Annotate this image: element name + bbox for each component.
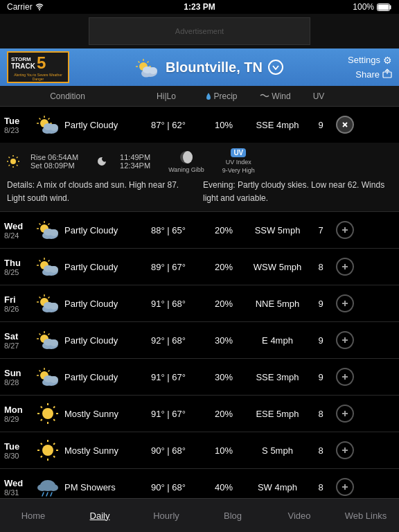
svg-point-95 xyxy=(42,408,53,419)
svg-rect-2 xyxy=(378,4,389,10)
nav-item-hourly[interactable]: Hourly xyxy=(133,499,200,532)
wind-5: SSE 3mph xyxy=(248,372,307,382)
wifi-icon xyxy=(35,3,44,11)
forecast-main-4: Sat 8/27 Partly Cloudy 92° | 68° 30% E 4… xyxy=(0,322,399,358)
uv-2: 8 xyxy=(307,262,335,272)
weather-icon-6 xyxy=(35,401,60,426)
svg-line-55 xyxy=(48,260,50,262)
ad-placeholder: Advertisement xyxy=(175,27,224,35)
forecast-detail-0: Rise 06:54AM Set 08:09PM 11:49PM 12:34PM xyxy=(0,143,399,211)
forecast-row-5: Sun 8/28 Partly Cloudy 91° | 67° 30% SSE… xyxy=(0,359,399,396)
uv-0: 9 xyxy=(307,120,335,130)
svg-line-66 xyxy=(48,297,50,299)
svg-point-26 xyxy=(50,124,58,131)
forecast-row-1: Wed 8/24 Partly Cloudy 88° | 65° 20% SSW… xyxy=(0,212,399,249)
svg-point-13 xyxy=(149,67,157,74)
detail-evening: Evening: Partly cloudy skies. Low near 6… xyxy=(203,178,392,204)
forecast-main-5: Sun 8/28 Partly Cloudy 91° | 67° 30% SSE… xyxy=(0,359,399,395)
settings-label: Settings xyxy=(348,55,380,65)
nav-item-daily[interactable]: Daily xyxy=(66,499,133,532)
condition-8: PM Showers xyxy=(64,482,137,493)
forecast-main-1: Wed 8/24 Partly Cloudy 88° | 65° 20% SSW… xyxy=(0,212,399,248)
plus-icon xyxy=(342,484,348,490)
expand-button-6[interactable] xyxy=(336,405,354,423)
expand-button-2[interactable] xyxy=(336,258,354,276)
expand-button-8[interactable] xyxy=(336,478,354,496)
svg-line-113 xyxy=(41,456,42,457)
condition-1: Partly Cloudy xyxy=(64,225,137,236)
uv-4: 9 xyxy=(307,335,335,346)
nav-item-web-links[interactable]: Web Links xyxy=(332,499,399,532)
svg-line-8 xyxy=(139,62,140,63)
precip-1: 20% xyxy=(200,225,248,236)
svg-line-76 xyxy=(39,334,41,335)
svg-line-37 xyxy=(17,165,18,166)
sun-icon-sm xyxy=(7,155,19,168)
battery-icon xyxy=(377,3,392,11)
uv-7: 8 xyxy=(307,445,335,456)
wind-8: SW 4mph xyxy=(248,482,307,493)
expand-button-3[interactable] xyxy=(336,294,354,312)
location-name: Blountville, TN xyxy=(166,60,263,76)
nav-item-video[interactable]: Video xyxy=(266,499,332,532)
expand-button-7[interactable] xyxy=(336,441,354,459)
svg-point-70 xyxy=(50,303,58,310)
hilo-0: 87° | 62° xyxy=(137,120,200,130)
day-date-7: Tue 8/30 xyxy=(4,441,35,460)
day-date-5: Sun 8/28 xyxy=(4,368,35,387)
uv-1: 7 xyxy=(307,225,335,236)
forecast-main-6: Mon 8/29 Mostly Sunny 91° | 67° 20% ESE … xyxy=(0,396,399,432)
expand-button-4[interactable] xyxy=(336,331,354,349)
app-header: STORM TRACK 5 Alerting You to Severe Wea… xyxy=(0,48,399,86)
sun-moon-line: Rise 06:54AM Set 08:09PM 11:49PM 12:34PM xyxy=(7,148,392,174)
uv-detail: UV UV Index 9-Very High xyxy=(222,148,255,174)
forecast-row-3: Fri 8/26 Partly Cloudy 91° | 68° 20% NNE… xyxy=(0,285,399,322)
precip-2: 20% xyxy=(200,262,248,272)
svg-line-54 xyxy=(39,260,41,262)
condition-3: Partly Cloudy xyxy=(64,299,137,309)
share-label: Share xyxy=(355,69,380,80)
svg-line-21 xyxy=(39,118,41,120)
svg-line-102 xyxy=(41,419,42,420)
wind-6: ESE 5mph xyxy=(248,409,307,419)
wind-4: E 4mph xyxy=(248,335,307,346)
status-bar: Carrier 1:23 PM 100% xyxy=(0,0,399,14)
forecast-main-expanded: Tue 8/23 Partly Cloudy xyxy=(0,107,399,143)
expand-button-1[interactable] xyxy=(336,221,354,239)
svg-line-22 xyxy=(48,118,50,120)
settings-link[interactable]: Settings ⚙ xyxy=(348,55,392,66)
hilo-8: 90° | 68° xyxy=(137,482,200,493)
svg-point-119 xyxy=(48,484,58,491)
svg-line-103 xyxy=(53,419,55,420)
status-carrier: Carrier xyxy=(7,2,44,12)
raindrop-icon xyxy=(206,92,211,100)
sunrise-sunset: Rise 06:54AM Set 08:09PM xyxy=(30,153,78,170)
nav-item-home[interactable]: Home xyxy=(0,499,66,532)
svg-line-34 xyxy=(9,157,10,158)
condition-6: Mostly Sunny xyxy=(64,409,137,419)
svg-line-65 xyxy=(39,297,41,299)
wind-1: SSW 5mph xyxy=(248,225,307,236)
day-date-1: Wed 8/24 xyxy=(4,221,35,240)
moon-phase-icon xyxy=(179,150,194,165)
forecast-main-3: Fri 8/26 Partly Cloudy 91° | 68° 20% NNE… xyxy=(0,285,399,321)
share-link[interactable]: Share xyxy=(355,69,392,80)
hilo-2: 89° | 67° xyxy=(137,262,200,272)
forecast-row-6: Mon 8/29 Mostly Sunny 91° | 67° 20% ESE … xyxy=(0,396,399,432)
nav-item-blog[interactable]: Blog xyxy=(200,499,266,532)
station-logo: STORM TRACK 5 Alerting You to Severe Wea… xyxy=(7,51,69,83)
location-dropdown-button[interactable] xyxy=(268,60,283,75)
forecast-main-7: Tue 8/30 Mostly Sunny 90° | 68° 10% S 5m… xyxy=(0,432,399,468)
precip-6: 20% xyxy=(200,409,248,419)
svg-point-59 xyxy=(50,266,58,273)
plus-icon xyxy=(342,410,348,417)
collapse-button-0[interactable] xyxy=(336,116,354,134)
expand-button-5[interactable] xyxy=(336,368,354,386)
svg-line-36 xyxy=(9,165,10,166)
precip-8: 40% xyxy=(200,482,248,493)
col-header-wind: Wind xyxy=(246,91,305,101)
condition-5: Partly Cloudy xyxy=(64,372,137,382)
col-header-precip: Precip xyxy=(197,91,246,101)
svg-line-43 xyxy=(39,224,41,225)
svg-line-35 xyxy=(17,157,18,158)
